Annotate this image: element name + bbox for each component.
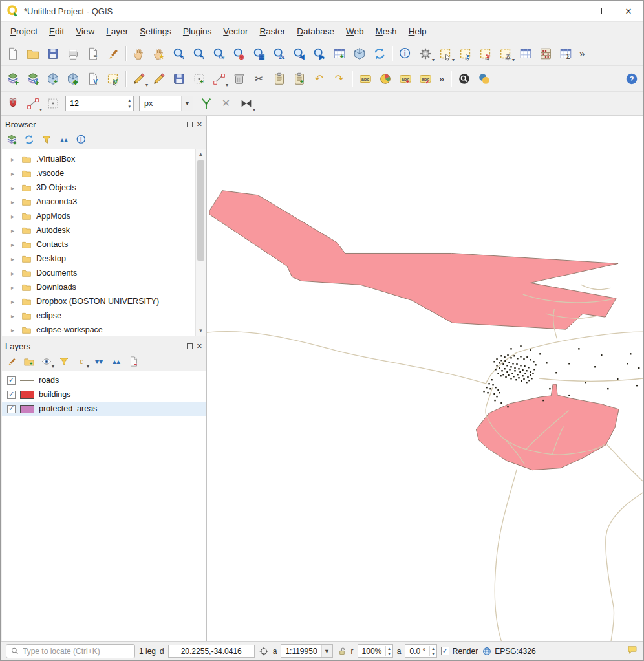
render-checkbox[interactable] bbox=[441, 647, 449, 655]
menu-project[interactable]: Project bbox=[5, 24, 43, 39]
spin-up-icon[interactable]: ▴ bbox=[125, 97, 133, 103]
menu-database[interactable]: Database bbox=[291, 24, 340, 39]
zoom-native-button[interactable]: 1:1 bbox=[269, 45, 289, 63]
dropdown-arrow-icon[interactable]: ▾ bbox=[452, 57, 455, 63]
expand-arrow-icon[interactable]: ▸ bbox=[11, 284, 21, 291]
browser-item[interactable]: ▸.vscode bbox=[2, 166, 206, 180]
osm-place-search-button[interactable] bbox=[454, 70, 474, 88]
browser-item[interactable]: ▸eclipse-workspace bbox=[2, 323, 206, 336]
new-print-layout-button[interactable] bbox=[63, 45, 83, 63]
open-project-button[interactable] bbox=[23, 45, 43, 63]
expand-arrow-icon[interactable]: ▸ bbox=[11, 184, 21, 191]
close-button[interactable]: ✕ bbox=[614, 1, 643, 21]
spin-down-icon[interactable]: ▾ bbox=[430, 651, 436, 656]
add-feature-button[interactable]: + bbox=[189, 70, 209, 88]
dropdown-arrow-icon[interactable]: ▾ bbox=[145, 82, 148, 88]
dropdown-arrow-icon[interactable]: ▾ bbox=[52, 363, 54, 369]
browser-properties-button[interactable] bbox=[73, 132, 90, 147]
dropdown-arrow-icon[interactable]: ▾ bbox=[512, 57, 515, 63]
browser-item[interactable]: ▸.VirtualBox bbox=[2, 152, 206, 166]
browser-item[interactable]: ▸Downloads bbox=[2, 280, 206, 294]
extents-toggle-icon[interactable] bbox=[259, 646, 269, 656]
browser-close-button[interactable]: ✕ bbox=[197, 121, 202, 128]
add-vector-layer-button[interactable]: V bbox=[23, 70, 43, 88]
filter-legend-button[interactable] bbox=[56, 354, 72, 369]
zoom-full-button[interactable]: ▭ bbox=[209, 45, 229, 63]
browser-item[interactable]: ▸Desktop bbox=[2, 252, 206, 266]
browser-item[interactable]: ▸Contacts bbox=[2, 237, 206, 252]
maximize-button[interactable] bbox=[584, 1, 614, 21]
rotation-spinner-arrows[interactable]: ▴▾ bbox=[429, 646, 436, 656]
expand-arrow-icon[interactable]: ▸ bbox=[11, 213, 21, 220]
zoom-to-layer-button[interactable]: ▦ bbox=[249, 45, 269, 63]
expand-arrow-icon[interactable]: ▸ bbox=[11, 241, 21, 248]
snap-tolerance-spinbox[interactable]: ▴▾ bbox=[65, 96, 134, 111]
expand-arrow-icon[interactable]: ▸ bbox=[11, 327, 21, 334]
menu-layer[interactable]: Layer bbox=[100, 24, 134, 39]
zoom-to-selection-button[interactable]: ◉ bbox=[229, 45, 249, 63]
menu-web[interactable]: Web bbox=[340, 24, 370, 39]
avoid-overlap-button[interactable]: ▾ bbox=[236, 94, 256, 113]
python-console-button[interactable] bbox=[474, 70, 494, 88]
browser-add-layers-button[interactable] bbox=[3, 132, 20, 147]
browser-scrollbar[interactable]: ▲ ▼ bbox=[195, 149, 206, 336]
scale-combo[interactable]: 1:119950 ▼ bbox=[281, 644, 332, 658]
deselect-features-button[interactable]: ✕ bbox=[475, 45, 495, 63]
field-calculator-button[interactable] bbox=[535, 45, 555, 63]
menu-raster[interactable]: Raster bbox=[254, 24, 292, 39]
browser-item[interactable]: ▸Dropbox (BOSTON UNIVERSITY) bbox=[2, 294, 206, 309]
menu-settings[interactable]: Settings bbox=[134, 24, 177, 39]
pan-to-selection-button[interactable]: ★ bbox=[149, 45, 169, 63]
expand-all-button[interactable]: ▾▾ bbox=[91, 354, 107, 369]
remove-layer-button[interactable]: − bbox=[125, 354, 142, 369]
menu-help[interactable]: Help bbox=[403, 24, 433, 39]
toggle-editing-button[interactable] bbox=[149, 70, 169, 88]
show-layout-manager-button[interactable]: ≡ bbox=[83, 45, 103, 63]
open-attribute-table-button[interactable] bbox=[515, 45, 535, 63]
expand-arrow-icon[interactable]: ▸ bbox=[11, 170, 21, 177]
magnifier-spinner-arrows[interactable]: ▴▾ bbox=[385, 646, 392, 656]
pan-map-button[interactable] bbox=[129, 45, 149, 63]
scroll-up-icon[interactable]: ▲ bbox=[196, 149, 206, 159]
menu-mesh[interactable]: Mesh bbox=[370, 24, 403, 39]
save-project-button[interactable] bbox=[43, 45, 63, 63]
expand-arrow-icon[interactable]: ▸ bbox=[11, 312, 21, 320]
scrollbar-thumb[interactable] bbox=[197, 160, 204, 261]
messages-button[interactable] bbox=[627, 644, 638, 658]
refresh-map-button[interactable] bbox=[369, 45, 389, 63]
open-layer-styling-button[interactable] bbox=[3, 354, 20, 369]
spin-up-icon[interactable]: ▴ bbox=[430, 646, 436, 651]
highlight-pinned-labels-button[interactable]: ✓ bbox=[415, 70, 435, 88]
measure-line-button[interactable]: ∠▾ bbox=[495, 45, 515, 63]
save-layer-edits-button[interactable] bbox=[169, 70, 189, 88]
expand-arrow-icon[interactable]: ▸ bbox=[11, 255, 21, 263]
lock-scale-icon[interactable] bbox=[337, 646, 347, 656]
new-geopackage-layer-button[interactable]: ◆ bbox=[63, 70, 83, 88]
toolbar1-overflow-button[interactable]: » bbox=[575, 48, 588, 59]
dropdown-arrow-icon[interactable]: ▾ bbox=[253, 107, 255, 113]
combo-arrow-icon[interactable]: ▼ bbox=[181, 96, 193, 111]
browser-item[interactable]: ▸Anaconda3 bbox=[2, 195, 206, 209]
new-map-view-button[interactable]: + bbox=[329, 45, 349, 63]
map-canvas[interactable] bbox=[207, 116, 643, 641]
snapping-intersection-button[interactable]: ✕ bbox=[216, 94, 236, 113]
browser-collapse-all-button[interactable]: ▴▴ bbox=[56, 132, 72, 147]
paste-features-button[interactable]: + bbox=[289, 70, 309, 88]
minimize-button[interactable]: — bbox=[554, 1, 584, 21]
select-features-button[interactable]: ▾ bbox=[435, 45, 455, 63]
spin-up-icon[interactable]: ▴ bbox=[386, 646, 392, 651]
statistical-summary-button[interactable]: Σ bbox=[555, 45, 575, 63]
layer-labeling-button[interactable] bbox=[355, 70, 375, 88]
enable-snapping-button[interactable] bbox=[3, 94, 23, 113]
layers-close-button[interactable]: ✕ bbox=[197, 343, 202, 350]
toolbar2-overflow-button[interactable]: » bbox=[435, 73, 448, 84]
add-raster-layer-button[interactable]: + bbox=[43, 70, 63, 88]
layer-item-roads[interactable]: roads bbox=[2, 373, 206, 387]
rotation-spinbox[interactable]: 0.0 ° ▴▾ bbox=[405, 644, 436, 658]
select-by-expression-button[interactable]: ε bbox=[455, 45, 475, 63]
current-edits-button[interactable]: ▾ bbox=[129, 70, 149, 88]
style-manager-button[interactable] bbox=[103, 45, 123, 63]
new-virtual-layer-button[interactable]: V bbox=[103, 70, 123, 88]
locate-search-box[interactable] bbox=[6, 644, 135, 658]
identify-features-button[interactable] bbox=[395, 45, 415, 63]
